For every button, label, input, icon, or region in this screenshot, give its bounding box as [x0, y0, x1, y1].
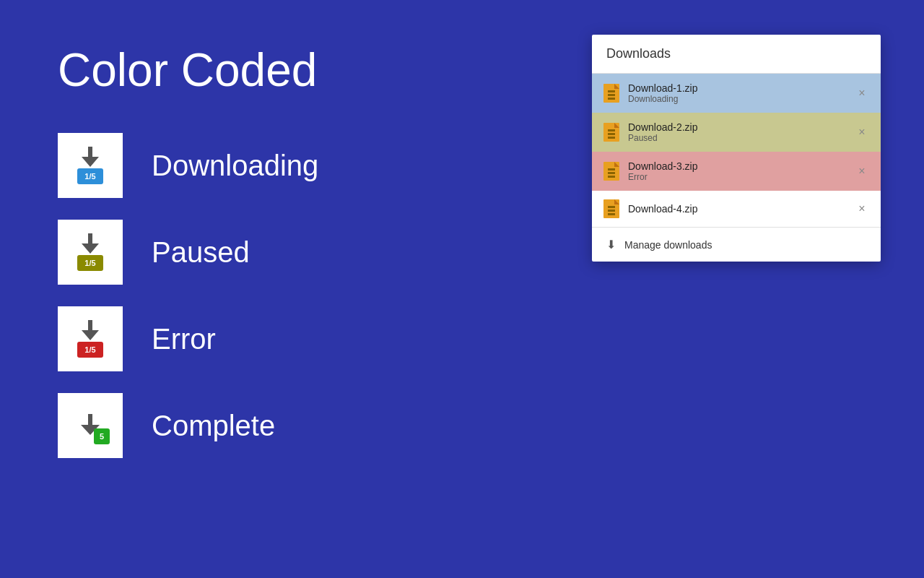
zip-stripes-3 [608, 168, 615, 178]
download-arrow-icon [79, 147, 102, 168]
downloads-footer[interactable]: ⬇ Manage downloads [592, 227, 881, 262]
download-info-1: Download-1.zip Downloading [628, 82, 846, 104]
icon-box-downloading: 1/5 [58, 133, 123, 198]
svg-marker-3 [82, 243, 99, 254]
downloads-panel: Downloads Download-1.zip Downloading × D… [592, 35, 881, 262]
badge-downloading: 1/5 [77, 168, 103, 184]
download-item-2[interactable]: Download-2.zip Paused × [592, 113, 881, 152]
zip-stripes-4 [608, 206, 615, 215]
icon-inner-paused: 1/5 [77, 233, 103, 271]
download-status-1: Downloading [628, 94, 846, 104]
close-button-4[interactable]: × [855, 202, 869, 215]
manage-downloads-icon: ⬇ [606, 238, 616, 251]
error-arrow-icon [79, 320, 102, 342]
svg-marker-5 [82, 330, 99, 340]
status-item-paused: 1/5 Paused [58, 220, 455, 285]
download-name-4: Download-4.zip [628, 203, 846, 215]
icon-box-complete: 5 [58, 393, 123, 458]
zip-file-icon-4 [603, 199, 619, 218]
download-info-3: Download-3.zip Error [628, 160, 846, 182]
download-item-1[interactable]: Download-1.zip Downloading × [592, 74, 881, 113]
icon-inner-error: 1/5 [77, 320, 103, 358]
close-button-1[interactable]: × [855, 87, 869, 100]
icon-box-paused: 1/5 [58, 220, 123, 285]
zip-stripes-1 [608, 90, 615, 100]
zip-file-icon-1 [603, 84, 619, 103]
close-button-3[interactable]: × [855, 165, 869, 178]
page-title: Color Coded [58, 43, 455, 97]
manage-downloads-label: Manage downloads [624, 239, 712, 251]
status-item-error: 1/5 Error [58, 306, 455, 371]
status-label-error: Error [152, 323, 216, 355]
status-label-complete: Complete [152, 410, 275, 442]
status-label-downloading: Downloading [152, 150, 318, 182]
download-name-2: Download-2.zip [628, 121, 846, 133]
zip-stripes-2 [608, 129, 615, 139]
icon-box-error: 1/5 [58, 306, 123, 371]
status-label-paused: Paused [152, 236, 250, 269]
status-item-downloading: 1/5 Downloading [58, 133, 455, 198]
badge-error: 1/5 [77, 342, 103, 358]
icon-inner: 1/5 [77, 147, 103, 184]
download-name-3: Download-3.zip [628, 160, 846, 172]
downloads-header: Downloads [592, 35, 881, 74]
download-item-4[interactable]: Download-4.zip × [592, 191, 881, 227]
left-panel: Color Coded 1/5 Downloading [58, 43, 455, 458]
download-status-2: Paused [628, 133, 846, 143]
download-info-2: Download-2.zip Paused [628, 121, 846, 143]
download-item-3[interactable]: Download-3.zip Error × [592, 152, 881, 191]
download-name-1: Download-1.zip [628, 82, 846, 94]
badge-complete: 5 [94, 428, 110, 444]
download-status-3: Error [628, 172, 846, 182]
status-list: 1/5 Downloading 1/5 Paused [58, 133, 455, 458]
paused-arrow-icon [79, 233, 102, 255]
status-item-complete: 5 Complete [58, 393, 455, 458]
icon-inner-complete: 5 [77, 414, 104, 437]
badge-paused: 1/5 [77, 255, 103, 271]
close-button-2[interactable]: × [855, 126, 869, 139]
zip-file-icon-2 [603, 123, 619, 142]
download-info-4: Download-4.zip [628, 203, 846, 215]
zip-file-icon-3 [603, 162, 619, 181]
svg-marker-1 [82, 157, 99, 167]
